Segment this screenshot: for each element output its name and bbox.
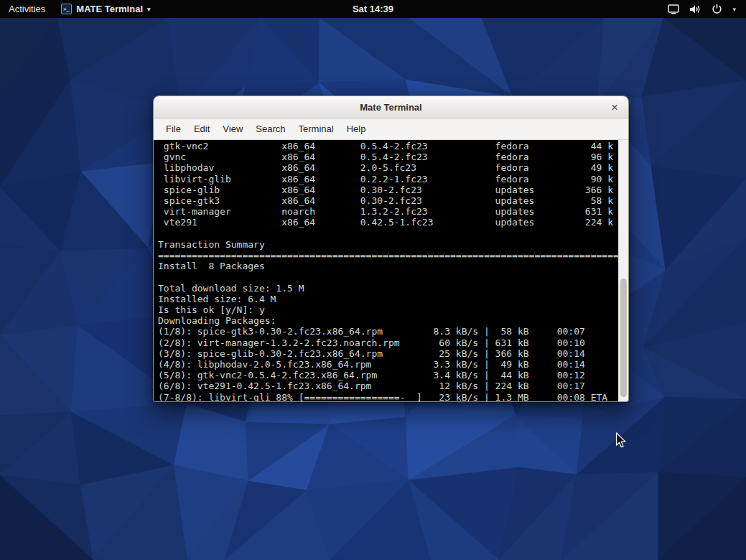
- power-icon: [712, 4, 722, 14]
- desktop: Mate Terminal × File Edit View Search Te…: [0, 18, 746, 560]
- volume-icon: [689, 4, 701, 14]
- chevron-down-icon: ▾: [732, 6, 736, 13]
- screen-share-icon: [668, 4, 679, 14]
- scrollbar-thumb[interactable]: [620, 279, 627, 396]
- top-panel: Activities >_ MATE Terminal ▾ Sat 14:39 …: [0, 0, 746, 18]
- terminal-scrollbar[interactable]: [618, 140, 628, 402]
- app-menu-button[interactable]: >_ MATE Terminal ▾: [54, 0, 157, 18]
- terminal-screen[interactable]: gtk-vnc2 x86_64 0.5.4-2.fc23 fedora 44 k…: [154, 140, 618, 402]
- activities-button[interactable]: Activities: [0, 0, 54, 18]
- menu-terminal[interactable]: Terminal: [292, 120, 340, 138]
- window-titlebar[interactable]: Mate Terminal ×: [154, 96, 628, 118]
- terminal-area: gtk-vnc2 x86_64 0.5.4-2.fc23 fedora 44 k…: [154, 140, 628, 402]
- terminal-window: Mate Terminal × File Edit View Search Te…: [153, 95, 629, 402]
- menu-edit[interactable]: Edit: [187, 120, 216, 138]
- menu-help[interactable]: Help: [340, 120, 373, 138]
- app-menu-label: MATE Terminal: [76, 4, 143, 14]
- activities-label: Activities: [9, 4, 45, 14]
- menu-view[interactable]: View: [216, 120, 249, 138]
- terminal-text: gtk-vnc2 x86_64 0.5.4-2.fc23 fedora 44 k…: [154, 140, 618, 402]
- chevron-down-icon: ▾: [147, 6, 151, 13]
- terminal-app-icon: >_: [61, 4, 72, 14]
- system-status-area[interactable]: ▾: [668, 0, 746, 18]
- close-button[interactable]: ×: [607, 99, 623, 115]
- menu-search[interactable]: Search: [249, 120, 292, 138]
- window-title: Mate Terminal: [360, 102, 421, 113]
- window-menubar: File Edit View Search Terminal Help: [154, 118, 628, 140]
- menu-file[interactable]: File: [159, 120, 187, 138]
